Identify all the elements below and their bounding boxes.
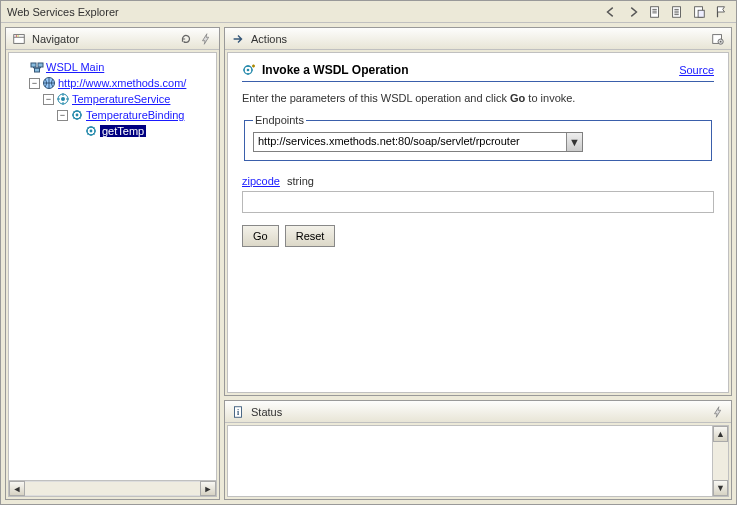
page3-icon[interactable] [690, 3, 708, 21]
refresh-icon[interactable] [177, 31, 195, 47]
tree-expander[interactable]: − [57, 110, 68, 121]
clear-icon[interactable] [197, 31, 215, 47]
svg-rect-0 [651, 6, 659, 17]
instructions-prefix: Enter the parameters of this WSDL operat… [242, 92, 510, 104]
tree-expander-placeholder [71, 126, 82, 137]
param-row-zipcode: zipcode string [242, 175, 714, 213]
status-title: Status [251, 406, 705, 418]
page2-icon[interactable] [668, 3, 686, 21]
status-body-wrap: ▲ ▼ [227, 425, 729, 497]
instructions-bold: Go [510, 92, 525, 104]
tree-root-label: WSDL Main [46, 61, 104, 73]
actions-header: Actions [225, 28, 731, 50]
instructions-suffix: to invoke. [525, 92, 575, 104]
operation-header: Invoke a WSDL Operation Source [242, 63, 714, 82]
status-header: i Status [225, 401, 731, 423]
tree-operation-node[interactable]: getTemp [13, 123, 212, 139]
svg-rect-4 [14, 34, 25, 43]
svg-rect-9 [35, 68, 40, 72]
navigator-header: Navigator [6, 28, 219, 50]
status-clear-icon[interactable] [709, 404, 727, 420]
tree-url-label: http://www.xmethods.com/ [58, 77, 186, 89]
dropdown-arrow-icon[interactable]: ▼ [566, 133, 582, 151]
tree-binding-node[interactable]: − TemperatureBinding [13, 107, 212, 123]
actions-panel: Actions Invoke a WSDL Operation Source E… [224, 27, 732, 396]
service-icon [56, 92, 70, 106]
svg-point-5 [16, 35, 17, 36]
endpoints-legend: Endpoints [253, 114, 306, 126]
svg-point-16 [90, 130, 93, 133]
param-name-link[interactable]: zipcode [242, 175, 280, 187]
svg-rect-1 [673, 6, 681, 17]
navigator-tree: WSDL Main − http://www.xmethods.com/ − T… [9, 53, 216, 145]
navigator-title: Navigator [32, 33, 173, 45]
svg-point-12 [61, 97, 65, 101]
right-column: Actions Invoke a WSDL Operation Source E… [224, 27, 732, 500]
svg-rect-7 [31, 63, 36, 67]
status-info-icon: i [229, 404, 247, 420]
back-icon[interactable] [602, 3, 620, 21]
titlebar: Web Services Explorer [1, 1, 736, 23]
svg-rect-3 [698, 10, 704, 17]
actions-arrow-icon [229, 31, 247, 47]
tree-root[interactable]: WSDL Main [13, 59, 212, 75]
scroll-down-icon[interactable]: ▼ [713, 480, 728, 496]
tree-service-node[interactable]: − TemperatureService [13, 91, 212, 107]
titlebar-toolbar [602, 3, 730, 21]
actions-body: Invoke a WSDL Operation Source Enter the… [227, 52, 729, 393]
actions-title: Actions [251, 33, 705, 45]
binding-icon [70, 108, 84, 122]
scroll-left-icon[interactable]: ◄ [9, 481, 25, 496]
tree-expander[interactable]: − [29, 78, 40, 89]
tree-service-label: TemperatureService [72, 93, 170, 105]
button-row: Go Reset [242, 225, 714, 247]
page1-icon[interactable] [646, 3, 664, 21]
scroll-right-icon[interactable]: ► [200, 481, 216, 496]
status-body [228, 426, 712, 496]
scroll-up-icon[interactable]: ▲ [713, 426, 728, 442]
zipcode-input[interactable] [242, 191, 714, 213]
navigator-panel: Navigator WSDL Main − [5, 27, 220, 500]
tree-expander[interactable]: − [43, 94, 54, 105]
tree-operation-label: getTemp [100, 125, 146, 137]
scroll-track[interactable] [713, 442, 728, 480]
endpoint-selected-value: http://services.xmethods.net:80/soap/ser… [254, 133, 566, 151]
navigator-hscrollbar[interactable]: ◄ ► [9, 480, 216, 496]
wsdl-main-icon [30, 60, 44, 74]
flag-icon[interactable] [712, 3, 730, 21]
tree-expander-placeholder [17, 62, 28, 73]
forward-icon[interactable] [624, 3, 642, 21]
svg-rect-8 [38, 63, 43, 67]
navigator-icon [10, 31, 28, 47]
navigator-body: WSDL Main − http://www.xmethods.com/ − T… [8, 52, 217, 497]
tree-url-node[interactable]: − http://www.xmethods.com/ [13, 75, 212, 91]
operation-heading: Invoke a WSDL Operation [262, 63, 673, 77]
globe-icon [42, 76, 56, 90]
endpoints-fieldset: Endpoints http://services.xmethods.net:8… [244, 114, 712, 161]
param-type: string [287, 175, 314, 187]
svg-point-21 [247, 69, 250, 72]
actions-gear-icon[interactable] [709, 31, 727, 47]
endpoint-dropdown[interactable]: http://services.xmethods.net:80/soap/ser… [253, 132, 583, 152]
status-panel: i Status ▲ ▼ [224, 400, 732, 500]
status-vscrollbar[interactable]: ▲ ▼ [712, 426, 728, 496]
operation-icon [84, 124, 98, 138]
scroll-track[interactable] [25, 481, 200, 496]
tree-binding-label: TemperatureBinding [86, 109, 184, 121]
svg-point-19 [720, 40, 722, 42]
main-area: Navigator WSDL Main − [1, 23, 736, 504]
app-title: Web Services Explorer [7, 6, 602, 18]
reset-button[interactable]: Reset [285, 225, 336, 247]
source-link[interactable]: Source [679, 64, 714, 76]
go-button[interactable]: Go [242, 225, 279, 247]
svg-point-6 [17, 35, 18, 36]
svg-point-14 [76, 114, 79, 117]
invoke-operation-icon [242, 63, 256, 77]
instructions: Enter the parameters of this WSDL operat… [242, 92, 714, 104]
